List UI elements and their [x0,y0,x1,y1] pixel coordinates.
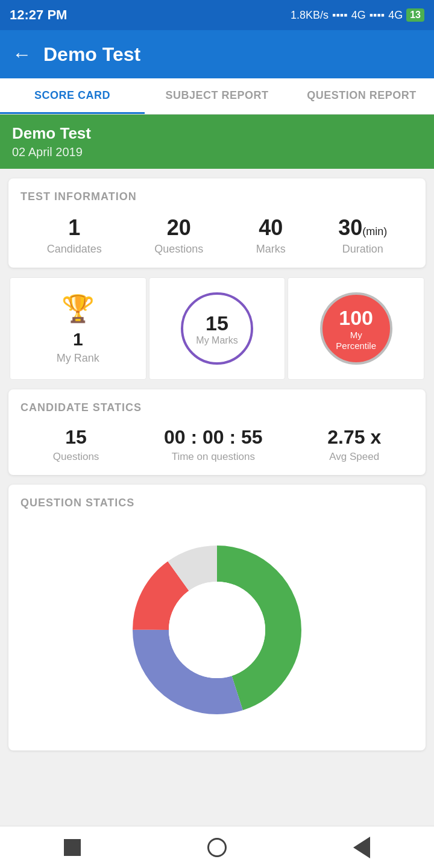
candidates-value: 1 [68,215,80,241]
nav-home-button[interactable] [206,837,228,858]
duration-value: 30(min) [338,215,387,241]
marks-stat: 40 Marks [256,215,286,256]
navigation-bar [0,826,434,868]
network-speed: 1.8KB/s [291,9,329,22]
my-marks-cell: 15 My Marks [149,277,286,380]
candidates-label: Candidates [47,243,102,256]
network-type-2: 4G [388,9,403,22]
tab-score-card[interactable]: SCORE CARD [0,78,145,114]
questions-stat: 20 Questions [154,215,203,256]
question-statics-card: QUESTION STATICS [8,485,426,750]
banner-date: 02 April 2019 [12,145,422,159]
trophy-icon: 🏆 [61,293,95,324]
nav-back-button[interactable] [351,837,373,858]
nav-square-button[interactable] [61,837,83,858]
rank-label: My Rank [57,352,99,365]
question-statics-title: QUESTION STATICS [20,497,414,509]
tab-subject-report[interactable]: SUBJECT REPORT [145,78,289,114]
duration-label: Duration [342,243,383,256]
candidate-questions-label: Questions [53,451,99,463]
test-info-title: TEST INFORMATION [20,190,414,203]
duration-stat: 30(min) Duration [338,215,387,256]
marks-label: Marks [256,243,286,256]
back-button[interactable]: ← [12,43,31,66]
triangle-icon [353,837,370,858]
candidate-speed: 2.75 x Avg Speed [327,426,381,463]
test-banner: Demo Test 02 April 2019 [0,115,434,169]
my-percentile-cell: 100 MyPercentile [288,277,424,380]
candidate-speed-value: 2.75 x [327,426,381,448]
test-information-card: TEST INFORMATION 1 Candidates 20 Questio… [8,178,426,268]
my-rank-cell: 🏆 1 My Rank [10,277,146,380]
candidates-stat: 1 Candidates [47,215,102,256]
marks-circle: 15 My Marks [181,292,253,365]
battery-indicator: 13 [406,8,424,22]
candidate-questions: 15 Questions [53,426,99,463]
network-type-1: 4G [351,9,366,22]
square-icon [64,839,81,856]
test-info-grid: 1 Candidates 20 Questions 40 Marks 30(mi… [20,215,414,256]
percentile-label: MyPercentile [336,330,376,351]
percentile-value: 100 [339,306,373,330]
marks-circle-label: My Marks [196,335,237,346]
candidate-questions-value: 15 [65,426,87,448]
marks-circle-value: 15 [206,312,228,335]
candidate-time-label: Time on questions [172,451,255,463]
status-right: 1.8KB/s ▪▪▪▪ 4G ▪▪▪▪ 4G 13 [291,8,424,22]
marks-value: 40 [259,215,283,241]
donut-chart-container [20,521,414,732]
candidate-statics-title: CANDIDATE STATICS [20,401,414,414]
candidate-statics-card: CANDIDATE STATICS 15 Questions 00 : 00 :… [8,389,426,475]
signal-icon-2: ▪▪▪▪ [370,9,385,22]
page-title: Demo Test [43,43,140,66]
status-bar: 12:27 PM 1.8KB/s ▪▪▪▪ 4G ▪▪▪▪ 4G 13 [0,0,434,30]
circle-icon [207,838,227,857]
app-header: ← Demo Test [0,30,434,78]
status-time: 12:27 PM [10,7,67,23]
candidate-grid: 15 Questions 00 : 00 : 55 Time on questi… [20,426,414,463]
banner-title: Demo Test [12,124,422,143]
candidate-time-value: 00 : 00 : 55 [164,426,263,448]
tab-question-report[interactable]: QUESTION REPORT [289,78,434,114]
percentile-circle: 100 MyPercentile [320,292,392,365]
rank-stats-row: 🏆 1 My Rank 15 My Marks 100 MyPercentile [8,277,426,380]
candidate-speed-label: Avg Speed [329,451,379,463]
donut-chart [121,533,313,726]
tab-bar: SCORE CARD SUBJECT REPORT QUESTION REPOR… [0,78,434,115]
questions-label: Questions [154,243,203,256]
questions-value: 20 [167,215,191,241]
candidate-time: 00 : 00 : 55 Time on questions [164,426,263,463]
signal-icon: ▪▪▪▪ [332,9,348,22]
svg-point-4 [169,582,265,678]
rank-value: 1 [73,329,83,350]
